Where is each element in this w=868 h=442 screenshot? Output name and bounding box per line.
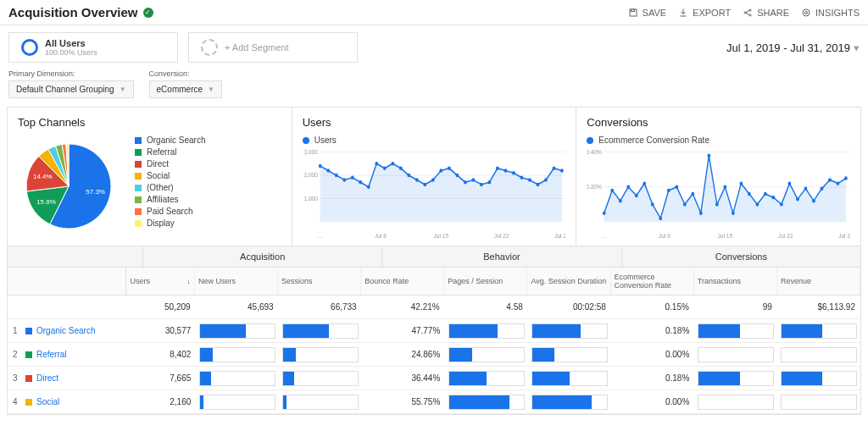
data-point[interactable] [708, 153, 711, 157]
channel-link[interactable]: Direct [36, 373, 58, 383]
data-point[interactable] [487, 180, 491, 184]
data-point[interactable] [391, 162, 394, 165]
conversion-select[interactable]: eCommerce ▼ [149, 80, 222, 98]
data-point[interactable] [326, 169, 330, 172]
legend-swatch-icon [135, 208, 142, 215]
col-header-new-users[interactable]: New Users [195, 268, 278, 295]
legend-item[interactable]: Paid Search [135, 207, 205, 216]
data-point[interactable] [448, 167, 451, 170]
data-point[interactable] [748, 192, 751, 196]
channel-link[interactable]: Referral [36, 350, 67, 359]
data-point[interactable] [504, 169, 507, 172]
cell-revenue-bar [777, 343, 860, 366]
data-point[interactable] [724, 185, 727, 189]
legend-item[interactable]: Affiliates [135, 195, 205, 204]
primary-dimension-select[interactable]: Default Channel Grouping ▼ [8, 80, 134, 98]
data-point[interactable] [520, 176, 523, 180]
data-point[interactable] [740, 181, 743, 185]
data-point[interactable] [431, 178, 435, 181]
save-button[interactable]: SAVE [628, 8, 667, 18]
legend-item[interactable]: Social [135, 171, 205, 180]
data-point[interactable] [692, 192, 695, 196]
insights-button[interactable]: INSIGHTS [801, 8, 860, 18]
data-point[interactable] [439, 169, 442, 172]
data-point[interactable] [756, 202, 760, 206]
channel-link[interactable]: Organic Search [36, 326, 95, 335]
data-point[interactable] [560, 169, 564, 172]
data-point[interactable] [611, 189, 615, 192]
data-point[interactable] [536, 183, 539, 186]
data-point[interactable] [627, 185, 631, 189]
data-point[interactable] [423, 183, 426, 186]
data-point[interactable] [319, 164, 322, 168]
data-point[interactable] [732, 211, 735, 214]
svg-text:0.40%: 0.40% [587, 148, 602, 156]
data-point[interactable] [788, 181, 792, 185]
col-header-bounce[interactable]: Bounce Rate [361, 268, 444, 295]
col-header-users[interactable]: Users↓ [126, 268, 194, 295]
data-point[interactable] [643, 181, 647, 185]
data-point[interactable] [764, 192, 767, 196]
data-point[interactable] [699, 211, 703, 214]
col-header-transactions[interactable]: Transactions [694, 268, 777, 295]
data-point[interactable] [455, 174, 459, 177]
data-point[interactable] [512, 171, 515, 174]
data-point[interactable] [804, 187, 808, 191]
data-point[interactable] [351, 176, 354, 180]
add-segment-button[interactable]: + Add Segment [188, 32, 358, 63]
data-point[interactable] [496, 167, 499, 170]
date-range-picker[interactable]: Jul 1, 2019 - Jul 31, 2019 ▾ [726, 41, 860, 54]
data-point[interactable] [683, 202, 687, 206]
data-point[interactable] [837, 181, 840, 185]
legend-item[interactable]: (Other) [135, 183, 205, 192]
data-point[interactable] [715, 202, 719, 206]
data-point[interactable] [821, 187, 824, 191]
col-header-ecr[interactable]: Ecommerce Conversion Rate [611, 268, 694, 295]
data-point[interactable] [772, 196, 776, 199]
share-button[interactable]: SHARE [743, 8, 789, 18]
data-point[interactable] [480, 183, 483, 186]
cell-transactions-bar [694, 343, 777, 366]
data-point[interactable] [659, 217, 663, 220]
data-point[interactable] [780, 202, 783, 206]
legend-item[interactable]: Direct [135, 159, 205, 169]
col-header-duration[interactable]: Avg. Session Duration [527, 268, 610, 295]
cell-users: 30,577 [128, 319, 197, 342]
data-point[interactable] [415, 178, 419, 181]
export-button[interactable]: EXPORT [678, 8, 731, 18]
data-point[interactable] [544, 178, 548, 181]
data-point[interactable] [796, 197, 799, 201]
data-point[interactable] [676, 185, 679, 189]
data-point[interactable] [828, 178, 832, 181]
data-point[interactable] [528, 178, 531, 181]
data-point[interactable] [619, 199, 622, 202]
data-point[interactable] [471, 178, 475, 181]
data-point[interactable] [812, 199, 815, 202]
legend-item[interactable]: Display [135, 218, 205, 228]
data-point[interactable] [635, 194, 638, 197]
data-point[interactable] [342, 178, 346, 181]
data-point[interactable] [399, 167, 403, 170]
channel-link[interactable]: Social [36, 397, 59, 406]
data-point[interactable] [367, 185, 370, 189]
col-header-pps[interactable]: Pages / Session [444, 268, 527, 295]
col-header-revenue[interactable]: Revenue [777, 268, 860, 295]
svg-point-5 [803, 9, 810, 16]
data-point[interactable] [359, 180, 362, 184]
cell-transactions-bar [694, 319, 777, 342]
data-point[interactable] [844, 176, 848, 180]
legend-item[interactable]: Organic Search [135, 135, 205, 145]
data-point[interactable] [667, 189, 670, 192]
data-point[interactable] [407, 174, 410, 177]
data-point[interactable] [651, 202, 654, 206]
cell-users: 2,160 [128, 390, 197, 413]
data-point[interactable] [552, 167, 555, 170]
legend-item[interactable]: Referral [135, 147, 205, 157]
data-point[interactable] [383, 167, 387, 170]
data-point[interactable] [464, 180, 467, 184]
segment-all-users[interactable]: All Users 100.00% Users [8, 32, 178, 63]
data-point[interactable] [603, 211, 606, 214]
col-header-sessions[interactable]: Sessions [278, 268, 361, 295]
data-point[interactable] [335, 174, 338, 177]
data-point[interactable] [375, 162, 378, 165]
